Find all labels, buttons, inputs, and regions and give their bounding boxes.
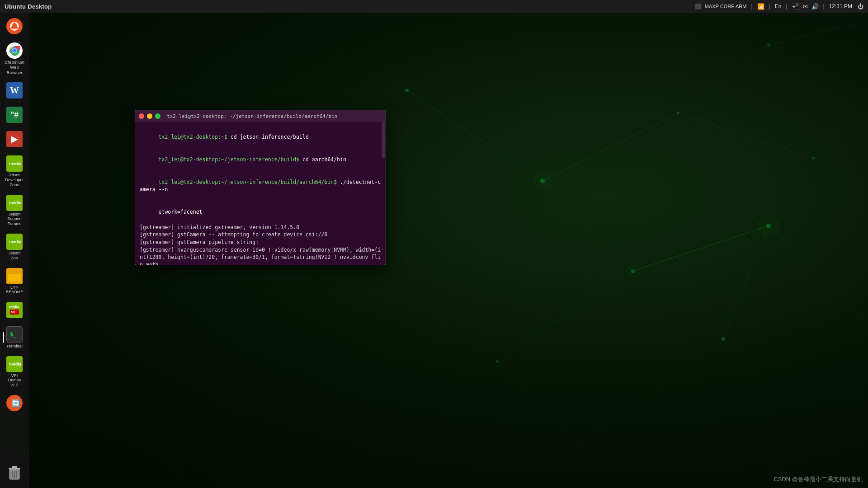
- svg-line-12: [633, 339, 723, 407]
- terminal-maximize-button[interactable]: [155, 113, 160, 119]
- bluetooth-icon[interactable]: 📲: [792, 3, 799, 10]
- svg-line-28: [90, 271, 181, 316]
- svg-point-25: [626, 264, 640, 278]
- sidebar-item-nvidia-sd[interactable]: nvidiaSD: [3, 299, 26, 322]
- sidebar-item-jetson-zoo[interactable]: nvidia Jetson Zoo: [3, 231, 26, 263]
- svg-point-44: [12, 48, 17, 53]
- terminal-titlebar: tx2_lei@tx2-desktop: ~/jetson-inference/…: [135, 110, 386, 122]
- svg-rect-63: [12, 466, 17, 468]
- sidebar-item-nvidia-support[interactable]: nvidia JetsonSupportForums: [3, 192, 26, 229]
- term-line-3b: etwork=facenet: [140, 201, 381, 224]
- terminal-title-text: tx2_lei@tx2-desktop: ~/jetson-inference/…: [167, 113, 338, 119]
- term-line-7: [gstreamer] nvarguscamerasrc sensor-id=0…: [140, 246, 381, 265]
- wifi-icon[interactable]: 📶: [757, 3, 764, 10]
- sidebar-item-lo-impress[interactable]: ▶: [3, 128, 26, 151]
- sidebar-item-terminal[interactable]: $_ Terminal: [3, 324, 26, 351]
- neural-bg-svg: [0, 0, 868, 488]
- nvidia-support-label: JetsonSupportForums: [7, 212, 22, 226]
- svg-text:nvidia: nvidia: [9, 362, 21, 366]
- svg-line-6: [316, 45, 407, 90]
- clock: 12:31 PM: [829, 3, 852, 9]
- svg-line-8: [814, 90, 868, 158]
- nvidia-vpi-label: VPI Demosv1.2: [5, 373, 24, 388]
- topbar: Ubuntu Desktop ⬛ MAXP CORE ARM | 📶 | En …: [0, 0, 868, 13]
- l4t-readme-label: L4T-README: [6, 285, 24, 295]
- svg-text:nvidia: nvidia: [9, 201, 21, 205]
- term-line-4: [gstreamer] initialized gstreamer, versi…: [140, 224, 381, 231]
- topbar-title: Ubuntu Desktop: [5, 3, 52, 10]
- topbar-right: ⬛ MAXP CORE ARM | 📶 | En | 📲 ✉ 🔊 | 12:31…: [695, 3, 863, 10]
- sidebar-item-trash[interactable]: [3, 462, 26, 484]
- terminal-label: Terminal: [6, 343, 23, 348]
- terminal-body[interactable]: tx2_lei@tx2-desktop:~$ cd jetson-inferen…: [135, 122, 386, 265]
- watermark: CSDN @鲁棒最小二乘支持向量机: [774, 475, 863, 483]
- svg-text:$_: $_: [10, 331, 17, 338]
- svg-text:nvidia: nvidia: [9, 239, 21, 244]
- term-line-2: tx2_lei@tx2-desktop:~/jetson-inference/b…: [140, 148, 381, 171]
- svg-point-24: [757, 215, 780, 237]
- sidebar-item-nvidia-vpi[interactable]: nvidia VPI Demosv1.2: [3, 353, 26, 390]
- sidebar-item-ubuntu-software[interactable]: [3, 15, 26, 38]
- svg-line-7: [678, 45, 769, 113]
- terminal-close-button[interactable]: [139, 113, 144, 119]
- sidebar-item-software-updater[interactable]: 🔄: [3, 392, 26, 415]
- svg-text:SD: SD: [11, 310, 15, 314]
- svg-point-38: [14, 23, 16, 25]
- svg-line-2: [678, 113, 814, 158]
- chromium-label: Chromium Web Browser: [5, 60, 24, 75]
- term-line-5: [gstreamer] gstCamera -- attempting to c…: [140, 231, 381, 239]
- svg-line-30: [769, 407, 859, 474]
- sidebar-item-lo-writer[interactable]: W: [3, 80, 26, 102]
- svg-point-23: [533, 172, 552, 190]
- svg-line-14: [497, 361, 588, 452]
- jetson-zoo-label: Jetson Zoo: [5, 251, 24, 261]
- svg-line-31: [542, 407, 633, 474]
- taskbar: Chromium Web Browser W "# ▶ nvidia Jetso…: [0, 13, 29, 488]
- sidebar-item-nvidia-dev-zone[interactable]: nvidia JetsonDeveloperZone: [3, 153, 26, 190]
- nvidia-dev-zone-label: JetsonDeveloperZone: [5, 173, 24, 187]
- term-line-1: tx2_lei@tx2-desktop:~$ cd jetson-inferen…: [140, 126, 381, 148]
- terminal-scrollbar[interactable]: [382, 122, 385, 158]
- svg-text:🔄: 🔄: [11, 399, 20, 408]
- svg-line-4: [633, 226, 769, 271]
- svg-point-40: [11, 27, 13, 29]
- sidebar-item-lo-calc[interactable]: "#: [3, 104, 26, 127]
- term-line-6: [gstreamer] gstCamera pipeline string:: [140, 239, 381, 246]
- svg-text:nvidia: nvidia: [9, 305, 19, 309]
- terminal-minimize-button[interactable]: [147, 113, 152, 119]
- svg-point-21: [496, 360, 499, 363]
- terminal-window[interactable]: tx2_lei@tx2-desktop: ~/jetson-inference/…: [135, 110, 386, 265]
- svg-line-0: [407, 90, 542, 181]
- nvidia-indicator: ⬛: [695, 4, 701, 9]
- mail-icon[interactable]: ✉: [803, 3, 808, 10]
- svg-text:nvidia: nvidia: [9, 161, 21, 166]
- svg-point-39: [16, 27, 18, 29]
- svg-line-9: [497, 271, 633, 361]
- sidebar-item-chromium[interactable]: Chromium Web Browser: [3, 40, 26, 78]
- svg-point-34: [767, 44, 770, 47]
- svg-line-1: [542, 113, 678, 181]
- svg-line-11: [723, 226, 769, 339]
- svg-point-18: [812, 157, 815, 160]
- power-icon[interactable]: ⏻: [858, 3, 863, 10]
- svg-point-22: [722, 337, 725, 341]
- svg-line-5: [769, 226, 859, 316]
- svg-line-3: [542, 181, 633, 271]
- term-line-3: tx2_lei@tx2-desktop:~/jetson-inference/b…: [140, 171, 381, 201]
- volume-icon[interactable]: 🔊: [811, 3, 819, 10]
- svg-line-32: [769, 23, 859, 45]
- svg-point-17: [677, 112, 679, 114]
- svg-line-10: [407, 361, 497, 407]
- sidebar-item-l4t-readme[interactable]: L4T-README: [3, 265, 26, 298]
- language-indicator[interactable]: En: [775, 3, 782, 9]
- nvidia-label: MAXP CORE ARM: [705, 4, 747, 9]
